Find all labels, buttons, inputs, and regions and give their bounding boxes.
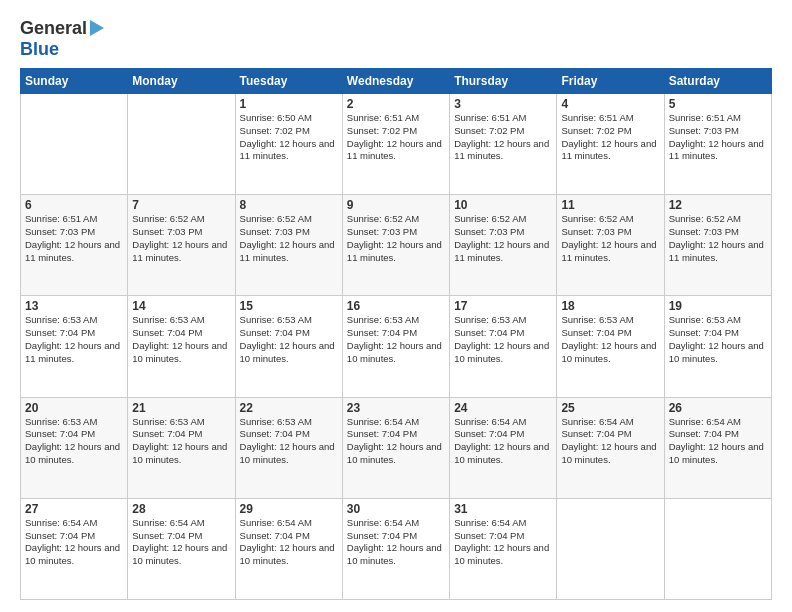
day-number: 5 [669, 97, 767, 111]
calendar-cell: 5 Sunrise: 6:51 AMSunset: 7:03 PMDayligh… [664, 94, 771, 195]
calendar-cell: 1 Sunrise: 6:50 AMSunset: 7:02 PMDayligh… [235, 94, 342, 195]
calendar-cell: 7 Sunrise: 6:52 AMSunset: 7:03 PMDayligh… [128, 195, 235, 296]
day-number: 2 [347, 97, 445, 111]
day-number: 9 [347, 198, 445, 212]
day-info: Sunrise: 6:52 AMSunset: 7:03 PMDaylight:… [669, 213, 764, 262]
calendar-cell: 20 Sunrise: 6:53 AMSunset: 7:04 PMDaylig… [21, 397, 128, 498]
calendar-cell: 19 Sunrise: 6:53 AMSunset: 7:04 PMDaylig… [664, 296, 771, 397]
day-info: Sunrise: 6:53 AMSunset: 7:04 PMDaylight:… [132, 314, 227, 363]
day-number: 4 [561, 97, 659, 111]
day-info: Sunrise: 6:54 AMSunset: 7:04 PMDaylight:… [132, 517, 227, 566]
day-info: Sunrise: 6:53 AMSunset: 7:04 PMDaylight:… [25, 314, 120, 363]
calendar-cell: 4 Sunrise: 6:51 AMSunset: 7:02 PMDayligh… [557, 94, 664, 195]
day-info: Sunrise: 6:53 AMSunset: 7:04 PMDaylight:… [454, 314, 549, 363]
day-info: Sunrise: 6:54 AMSunset: 7:04 PMDaylight:… [669, 416, 764, 465]
calendar-week-row: 6 Sunrise: 6:51 AMSunset: 7:03 PMDayligh… [21, 195, 772, 296]
calendar-week-row: 20 Sunrise: 6:53 AMSunset: 7:04 PMDaylig… [21, 397, 772, 498]
calendar-cell: 8 Sunrise: 6:52 AMSunset: 7:03 PMDayligh… [235, 195, 342, 296]
day-number: 26 [669, 401, 767, 415]
day-info: Sunrise: 6:53 AMSunset: 7:04 PMDaylight:… [132, 416, 227, 465]
calendar-cell: 15 Sunrise: 6:53 AMSunset: 7:04 PMDaylig… [235, 296, 342, 397]
calendar-cell: 22 Sunrise: 6:53 AMSunset: 7:04 PMDaylig… [235, 397, 342, 498]
day-number: 17 [454, 299, 552, 313]
weekday-header-row: SundayMondayTuesdayWednesdayThursdayFrid… [21, 69, 772, 94]
day-number: 25 [561, 401, 659, 415]
calendar-cell: 14 Sunrise: 6:53 AMSunset: 7:04 PMDaylig… [128, 296, 235, 397]
calendar-cell: 17 Sunrise: 6:53 AMSunset: 7:04 PMDaylig… [450, 296, 557, 397]
logo-general-text: General [20, 18, 87, 39]
weekday-header-monday: Monday [128, 69, 235, 94]
weekday-header-friday: Friday [557, 69, 664, 94]
day-info: Sunrise: 6:51 AMSunset: 7:02 PMDaylight:… [454, 112, 549, 161]
day-info: Sunrise: 6:54 AMSunset: 7:04 PMDaylight:… [454, 517, 549, 566]
day-number: 16 [347, 299, 445, 313]
logo-arrow-icon [90, 20, 104, 36]
calendar-cell: 9 Sunrise: 6:52 AMSunset: 7:03 PMDayligh… [342, 195, 449, 296]
day-number: 27 [25, 502, 123, 516]
logo: General Blue [20, 18, 104, 60]
day-number: 29 [240, 502, 338, 516]
day-number: 13 [25, 299, 123, 313]
calendar-cell: 13 Sunrise: 6:53 AMSunset: 7:04 PMDaylig… [21, 296, 128, 397]
calendar-cell: 18 Sunrise: 6:53 AMSunset: 7:04 PMDaylig… [557, 296, 664, 397]
calendar-week-row: 1 Sunrise: 6:50 AMSunset: 7:02 PMDayligh… [21, 94, 772, 195]
calendar-cell: 11 Sunrise: 6:52 AMSunset: 7:03 PMDaylig… [557, 195, 664, 296]
weekday-header-saturday: Saturday [664, 69, 771, 94]
calendar-cell: 16 Sunrise: 6:53 AMSunset: 7:04 PMDaylig… [342, 296, 449, 397]
calendar-cell: 2 Sunrise: 6:51 AMSunset: 7:02 PMDayligh… [342, 94, 449, 195]
day-number: 8 [240, 198, 338, 212]
day-info: Sunrise: 6:53 AMSunset: 7:04 PMDaylight:… [561, 314, 656, 363]
calendar-cell: 24 Sunrise: 6:54 AMSunset: 7:04 PMDaylig… [450, 397, 557, 498]
calendar-cell: 3 Sunrise: 6:51 AMSunset: 7:02 PMDayligh… [450, 94, 557, 195]
calendar-cell: 10 Sunrise: 6:52 AMSunset: 7:03 PMDaylig… [450, 195, 557, 296]
calendar-cell: 28 Sunrise: 6:54 AMSunset: 7:04 PMDaylig… [128, 498, 235, 599]
header: General Blue [20, 18, 772, 60]
day-info: Sunrise: 6:52 AMSunset: 7:03 PMDaylight:… [132, 213, 227, 262]
calendar-cell: 29 Sunrise: 6:54 AMSunset: 7:04 PMDaylig… [235, 498, 342, 599]
calendar-cell [557, 498, 664, 599]
calendar-week-row: 13 Sunrise: 6:53 AMSunset: 7:04 PMDaylig… [21, 296, 772, 397]
day-number: 7 [132, 198, 230, 212]
day-number: 23 [347, 401, 445, 415]
day-info: Sunrise: 6:51 AMSunset: 7:03 PMDaylight:… [25, 213, 120, 262]
day-number: 31 [454, 502, 552, 516]
day-info: Sunrise: 6:50 AMSunset: 7:02 PMDaylight:… [240, 112, 335, 161]
day-info: Sunrise: 6:52 AMSunset: 7:03 PMDaylight:… [347, 213, 442, 262]
day-number: 10 [454, 198, 552, 212]
weekday-header-tuesday: Tuesday [235, 69, 342, 94]
calendar-cell: 12 Sunrise: 6:52 AMSunset: 7:03 PMDaylig… [664, 195, 771, 296]
day-info: Sunrise: 6:54 AMSunset: 7:04 PMDaylight:… [561, 416, 656, 465]
day-info: Sunrise: 6:52 AMSunset: 7:03 PMDaylight:… [454, 213, 549, 262]
day-number: 24 [454, 401, 552, 415]
calendar-cell: 26 Sunrise: 6:54 AMSunset: 7:04 PMDaylig… [664, 397, 771, 498]
day-number: 15 [240, 299, 338, 313]
calendar-table: SundayMondayTuesdayWednesdayThursdayFrid… [20, 68, 772, 600]
day-number: 22 [240, 401, 338, 415]
calendar-cell: 30 Sunrise: 6:54 AMSunset: 7:04 PMDaylig… [342, 498, 449, 599]
calendar-cell: 27 Sunrise: 6:54 AMSunset: 7:04 PMDaylig… [21, 498, 128, 599]
day-number: 11 [561, 198, 659, 212]
day-info: Sunrise: 6:53 AMSunset: 7:04 PMDaylight:… [669, 314, 764, 363]
calendar-cell [664, 498, 771, 599]
page: General Blue SundayMondayTuesdayWednesda… [0, 0, 792, 612]
day-number: 12 [669, 198, 767, 212]
calendar-cell [128, 94, 235, 195]
calendar-cell: 25 Sunrise: 6:54 AMSunset: 7:04 PMDaylig… [557, 397, 664, 498]
calendar-cell: 31 Sunrise: 6:54 AMSunset: 7:04 PMDaylig… [450, 498, 557, 599]
day-number: 14 [132, 299, 230, 313]
day-info: Sunrise: 6:51 AMSunset: 7:02 PMDaylight:… [347, 112, 442, 161]
day-info: Sunrise: 6:54 AMSunset: 7:04 PMDaylight:… [240, 517, 335, 566]
day-number: 1 [240, 97, 338, 111]
day-number: 30 [347, 502, 445, 516]
day-number: 20 [25, 401, 123, 415]
weekday-header-thursday: Thursday [450, 69, 557, 94]
day-number: 21 [132, 401, 230, 415]
day-info: Sunrise: 6:54 AMSunset: 7:04 PMDaylight:… [25, 517, 120, 566]
calendar-cell: 6 Sunrise: 6:51 AMSunset: 7:03 PMDayligh… [21, 195, 128, 296]
day-info: Sunrise: 6:52 AMSunset: 7:03 PMDaylight:… [561, 213, 656, 262]
day-info: Sunrise: 6:54 AMSunset: 7:04 PMDaylight:… [347, 416, 442, 465]
day-info: Sunrise: 6:54 AMSunset: 7:04 PMDaylight:… [454, 416, 549, 465]
day-info: Sunrise: 6:53 AMSunset: 7:04 PMDaylight:… [240, 314, 335, 363]
day-number: 6 [25, 198, 123, 212]
day-info: Sunrise: 6:54 AMSunset: 7:04 PMDaylight:… [347, 517, 442, 566]
